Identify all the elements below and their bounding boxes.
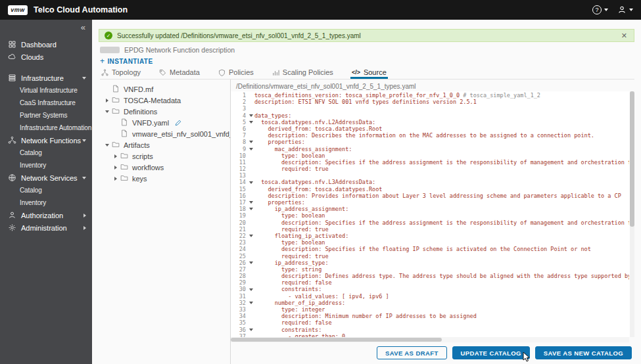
line-number: 34: [232, 313, 248, 319]
code-line: 30 constraints:: [232, 286, 629, 292]
fold-caret-icon[interactable]: [248, 235, 254, 237]
sidebar-item-catalog[interactable]: Catalog: [0, 147, 92, 159]
line-number: 23: [232, 239, 248, 246]
chevron-right-icon[interactable]: [112, 177, 119, 181]
instantiate-label: INSTANTIATE: [107, 58, 153, 65]
fold-caret-icon[interactable]: [248, 329, 254, 331]
sidebar-item-clouds[interactable]: Clouds: [0, 51, 92, 63]
tab-topology[interactable]: Topology: [100, 68, 142, 79]
fold-caret-icon[interactable]: [248, 302, 254, 304]
sidebar-item-dashboard[interactable]: Dashboard: [0, 38, 92, 51]
sidebar-item-label: Clouds: [21, 53, 43, 61]
save-as-draft-button[interactable]: SAVE AS DRAFT: [377, 346, 447, 359]
tree-item-workflows[interactable]: workflows: [99, 162, 230, 173]
edit-pencil-icon[interactable]: [175, 120, 181, 126]
fold-caret-icon[interactable]: [248, 121, 254, 124]
tree-item-artifacts[interactable]: Artifacts: [99, 139, 230, 150]
chevron-down-icon[interactable]: [104, 110, 110, 113]
save-as-new-catalog-button[interactable]: SAVE AS NEW CATALOG: [535, 346, 632, 359]
code-text: tosca.datatypes.nfv.L2AddressData:: [254, 119, 375, 125]
tree-item-tosca-metadata[interactable]: TOSCA-Metadata: [99, 95, 230, 106]
body: « DashboardCloudsInfrastructureVirtual I…: [0, 20, 641, 364]
instantiate-button[interactable]: + INSTANTIATE: [100, 57, 634, 66]
tree-item-label: Artifacts: [124, 141, 150, 149]
sidebar-item-partner-systems[interactable]: Partner Systems: [0, 109, 92, 122]
help-menu[interactable]: ?: [592, 5, 608, 14]
fold-caret-icon[interactable]: [248, 181, 254, 184]
banner-close-icon[interactable]: ✕: [620, 32, 629, 40]
tree-item-definitions[interactable]: Definitions: [99, 106, 230, 117]
sidebar-item-infrastructure[interactable]: Infrastructure: [0, 72, 92, 84]
chevron-down-icon[interactable]: [104, 144, 110, 147]
line-number: 14: [232, 179, 248, 185]
update-catalog-button[interactable]: UPDATE CATALOG: [452, 346, 530, 359]
horizontal-scrollbar-thumb[interactable]: [231, 338, 442, 342]
source-icon: </>: [352, 69, 360, 76]
code-text: tosca_definitions_version: tosca_simple_…: [254, 92, 540, 99]
code-text: description: Defines address type. The a…: [254, 273, 629, 279]
sidebar-item-catalog[interactable]: Catalog: [0, 184, 92, 196]
line-number: 22: [232, 233, 248, 239]
success-check-icon: ✓: [105, 32, 112, 39]
sidebar-item-virtual-infrastructure[interactable]: Virtual Infrastructure: [0, 84, 92, 97]
fold-caret-icon[interactable]: [248, 262, 254, 264]
tab-source[interactable]: </>Source: [350, 68, 388, 79]
tree-item-scripts[interactable]: scripts: [99, 150, 230, 162]
code-line: 36 constraints:: [232, 327, 629, 333]
tree-item-vnfd-yaml[interactable]: VNFD.yaml: [99, 117, 230, 128]
tab-scaling-policies[interactable]: Scaling Policies: [271, 68, 335, 79]
fold-caret-icon[interactable]: [248, 288, 254, 291]
line-number: 16: [232, 193, 248, 199]
code-text: type: boolean: [254, 239, 325, 246]
tree-item-label: VNFD.yaml: [132, 119, 169, 127]
fold-caret-icon[interactable]: [248, 201, 254, 204]
vertical-scrollbar[interactable]: [630, 91, 634, 337]
tree-item-vmware-etsi-nfv-sol001-vnfd-2[interactable]: vmware_etsi_nfv_sol001_vnfd_2...: [99, 128, 230, 139]
file-icon: [120, 118, 129, 127]
code-line: 19 type: boolean: [232, 212, 629, 219]
chevron-right-icon[interactable]: [104, 99, 110, 102]
sidebar-item-caas-infrastructure[interactable]: CaaS Infrastructure: [0, 97, 92, 109]
tree-item-label: workflows: [132, 164, 164, 171]
code-line: 7 description: Describes the information…: [232, 132, 629, 139]
vertical-scrollbar-thumb[interactable]: [630, 91, 634, 227]
sidebar-item-inventory[interactable]: Inventory: [0, 159, 92, 171]
line-number: 20: [232, 219, 248, 226]
fold-caret-icon[interactable]: [248, 208, 254, 210]
code-line: 6 derived_from: tosca.datatypes.Root: [232, 125, 629, 132]
code-text: required: true: [254, 166, 329, 172]
chevron-right-icon[interactable]: [112, 154, 119, 158]
code-text: type: string: [254, 266, 321, 273]
plus-icon: +: [100, 57, 105, 66]
main-content: ✓ Successfully updated /Definitions/vmwa…: [92, 20, 641, 364]
folder-icon: [120, 163, 129, 171]
code-text: type: integer: [254, 306, 325, 313]
tree-item-vnfd-mf[interactable]: VNFD.mf: [99, 83, 230, 95]
metadata-icon: [159, 69, 166, 76]
tab-policies[interactable]: Policies: [217, 68, 255, 79]
code-line: 20 description: Specifies if the address…: [232, 219, 629, 226]
sidebar-item-network-services[interactable]: Network Services: [0, 171, 92, 184]
code-text: constraints:: [254, 327, 321, 333]
horizontal-scrollbar[interactable]: [231, 337, 629, 342]
fold-caret-icon[interactable]: [248, 148, 254, 150]
sidebar-item-inventory[interactable]: Inventory: [0, 196, 92, 209]
tab-metadata[interactable]: Metadata: [158, 68, 201, 79]
sidebar-item-administration[interactable]: Administration: [0, 221, 92, 234]
tab-label: Scaling Policies: [283, 68, 333, 76]
fold-caret-icon[interactable]: [248, 141, 254, 143]
user-menu[interactable]: [617, 5, 633, 14]
sidebar-collapse-button[interactable]: «: [81, 22, 85, 32]
sidebar-item-network-functions[interactable]: Network Functions: [0, 134, 92, 147]
line-number: 33: [232, 306, 248, 313]
sidebar-item-infrastructure-automation[interactable]: Infrastructure Automation: [0, 122, 92, 134]
code-line: 2description: ETSI NFV SOL 001 vnfd type…: [232, 99, 629, 105]
sidebar-item-label: Authorization: [21, 212, 63, 219]
code-line: 4data_types:: [232, 112, 629, 119]
tree-item-keys[interactable]: keys: [99, 173, 230, 184]
sidebar-item-authorization[interactable]: Authorization: [0, 209, 92, 221]
line-number: 8: [232, 139, 248, 145]
source-editor[interactable]: 1tosca_definitions_version: tosca_simple…: [231, 91, 634, 337]
chevron-right-icon[interactable]: [112, 166, 119, 170]
fold-caret-icon[interactable]: [248, 114, 254, 117]
